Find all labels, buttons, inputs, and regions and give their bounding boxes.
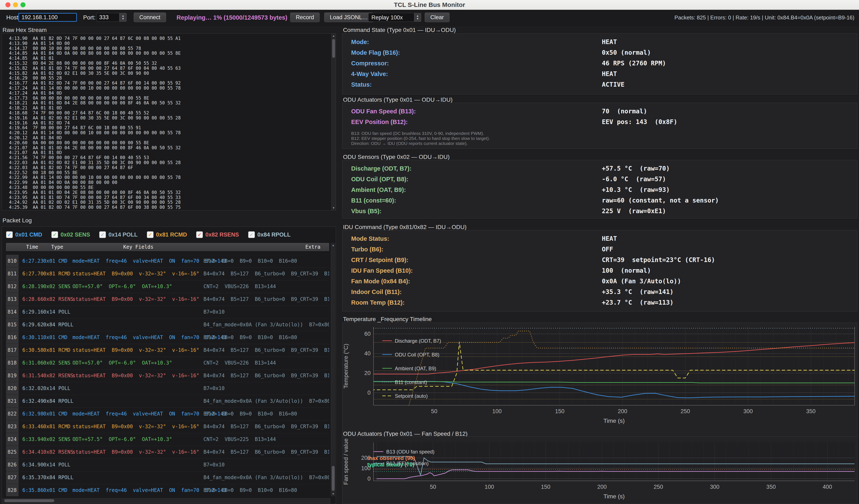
panel-title: Command State (Type 0x01 — IDU→ODU): [343, 27, 456, 33]
stepper-up-icon[interactable]: ▲: [122, 15, 124, 17]
scrollbar-thumb[interactable]: [332, 39, 335, 58]
cell: 0x81 RCMD: [43, 271, 71, 277]
packet-log-title: Packet Log: [2, 217, 32, 224]
scroll-down-icon[interactable]: ▼: [331, 492, 335, 496]
checkbox-icon[interactable]: ✓: [147, 231, 153, 238]
connect-button[interactable]: Connect: [134, 13, 166, 22]
checkbox-icon[interactable]: ✓: [196, 231, 203, 238]
scroll-down-icon[interactable]: ▼: [332, 205, 336, 210]
table-row[interactable]: 8206:32.020x14 POLLB7=0x10: [6, 382, 329, 395]
table-row[interactable]: 8216:32.490x84 RPOLLB4_fan_mode=0x0A (Fa…: [6, 395, 329, 408]
filter-0x84-rpoll[interactable]: ✓0x84 RPOLL: [248, 231, 290, 238]
filter-0x14-poll[interactable]: ✓0x14 POLL: [99, 231, 138, 238]
filter-0x81-rcmd[interactable]: ✓0x81 RCMD: [147, 231, 187, 238]
hex-line: 4:23.95 AA 01 81 0D 74 7F 00 00 00 27 64…: [9, 195, 327, 200]
table-row[interactable]: 8116:27.700x81 RCMDstatus=HEAT B9=0x00 v…: [6, 268, 329, 280]
info-row: Indoor Coil (B11):+35.3 °C (raw=141): [351, 287, 853, 297]
cell: B4=0x74 B5=127 B6_turbo=0 B9_CRT=39 B10_…: [204, 424, 329, 429]
checkbox-icon[interactable]: ✓: [248, 231, 255, 238]
table-row[interactable]: 8196:31.540x82 RSENSstatus=HEAT B9=0x00 …: [6, 369, 329, 382]
replay-speed-input[interactable]: Replay 100x: [368, 13, 414, 22]
table-row[interactable]: 8236:33.460x81 RCMDstatus=HEAT B9=0x00 v…: [6, 420, 329, 433]
hex-line: 4:14.85 AA 01 84 0D 0A 00 00 80 00 00 00…: [9, 51, 327, 56]
host-input[interactable]: [18, 13, 77, 22]
maximize-window-icon[interactable]: [20, 2, 26, 7]
hex-scrollbar[interactable]: ▲ ▼: [331, 34, 336, 210]
cell: status=HEAT B9=0x00 v-32=-32° v-16=-16°: [73, 296, 199, 302]
scrollbar-thumb[interactable]: [332, 466, 335, 491]
cell: 0x02 SENS: [43, 436, 71, 442]
table-row[interactable]: 8256:34.410x82 RSENSstatus=HEAT B9=0x00 …: [6, 446, 329, 459]
info-row: Discharge (ODT, B7):+57.5 °C (raw=70): [351, 163, 853, 174]
info-row: Room Temp (B12):+23.7 °C (raw=113): [351, 297, 853, 308]
stepper-up-icon[interactable]: ▲: [416, 15, 419, 17]
field-value: 225 V (raw=0xE1): [602, 207, 666, 215]
field-label: IDU Fan Speed (B10):: [351, 267, 413, 274]
col-extra[interactable]: Extra: [305, 244, 320, 250]
fan-speed-chart: 010020050100150200250300350400Time (s)Fa…: [342, 437, 857, 504]
field-value: +23.7 °C (raw=113): [602, 299, 674, 306]
info-panel: Discharge (ODT, B7):+57.5 °C (raw=70)ODU…: [342, 160, 857, 218]
cell: B7=0x10: [204, 385, 225, 391]
row-number: 816: [6, 331, 18, 343]
cell: 0x01 CMD: [43, 411, 67, 417]
cell: status=HEAT B9=0x00 v-32=-32° v-16=-16°: [73, 373, 199, 379]
table-row[interactable]: 8186:31.060x02 SENSODT=+57.0° OPT=-6.0° …: [6, 356, 329, 369]
stepper-down-icon[interactable]: ▼: [122, 17, 124, 20]
hex-line: 4:20.12 AA 01 84 0D: [9, 136, 327, 140]
field-label: CRT / Setpoint (B9):: [351, 257, 408, 263]
packet-scrollbar[interactable]: ▲ ▼: [331, 243, 335, 496]
svg-text:B11 (constant): B11 (constant): [395, 379, 427, 385]
port-stepper[interactable]: ▲▼: [120, 13, 126, 22]
table-row[interactable]: 8146:29.160x14 POLLB7=0x10: [6, 306, 329, 319]
table-row[interactable]: 8226:32.980x01 CMDmode=HEAT freq=46 valv…: [6, 408, 329, 421]
record-button[interactable]: Record: [290, 13, 320, 22]
field-value: +57.5 °C (raw=70): [602, 165, 670, 172]
table-row[interactable]: 8166:30.110x01 CMDmode=HEAT freq=46 valv…: [6, 331, 329, 344]
filter-0x01-cmd[interactable]: ✓0x01 CMD: [6, 231, 42, 238]
cell: status=HEAT B9=0x00 v-32=-32° v-16=-16°: [73, 347, 199, 353]
table-row[interactable]: 8156:29.620x84 RPOLLB4_fan_mode=0x0A (Fa…: [6, 318, 329, 331]
cell: CNT=2 VBUS=226 B13=144: [204, 360, 276, 366]
scrollbar-thumb[interactable]: [4, 499, 54, 502]
load-jsonl-button[interactable]: Load JSONL…: [324, 13, 374, 22]
col-type[interactable]: Type: [51, 244, 63, 250]
scroll-up-icon[interactable]: ▲: [331, 243, 335, 248]
fan-chart-panel: 010020050100150200250300350400Time (s)Fa…: [342, 436, 857, 504]
packet-hscrollbar[interactable]: [2, 498, 330, 503]
col-key[interactable]: Key Fields: [123, 244, 153, 250]
table-row[interactable]: 8106:27.230x01 CMDmode=HEAT freq=46 valv…: [6, 255, 329, 268]
table-row[interactable]: 8126:28.190x02 SENSODT=+57.0° OPT=-6.0° …: [6, 280, 329, 293]
field-value: HEAT: [602, 70, 617, 77]
field-value: 0x50 (normal): [602, 49, 651, 56]
checkbox-icon[interactable]: ✓: [6, 231, 13, 238]
table-row[interactable]: 8246:33.940x02 SENSODT=+57.5° OPT=-6.0° …: [6, 433, 329, 446]
field-value: HEAT: [602, 38, 617, 46]
close-window-icon[interactable]: [5, 2, 11, 7]
clear-button[interactable]: Clear: [425, 13, 450, 22]
svg-text:400: 400: [823, 484, 832, 490]
table-row[interactable]: 8286:35.860x01 CMDmode=HEAT freq=46 valv…: [6, 484, 329, 496]
filter-0x02-sens[interactable]: ✓0x02 SENS: [51, 231, 90, 238]
minimize-window-icon[interactable]: [13, 2, 18, 7]
filter-0x82-rsens[interactable]: ✓0x82 RSENS: [196, 231, 239, 238]
checkbox-icon[interactable]: ✓: [99, 231, 106, 238]
table-row[interactable]: 8176:30.580x81 RCMDstatus=HEAT B9=0x00 v…: [6, 344, 329, 357]
checkbox-icon[interactable]: ✓: [51, 231, 58, 238]
hex-line: 4:19.16 AA 01 02 0D 02 E1 00 30 35 5E 00…: [9, 116, 327, 121]
info-row: CRT / Setpoint (B9):CRT=39 setpoint=23°C…: [351, 255, 853, 265]
hex-line: 4:22.52 00 18 00 00 55 8E: [9, 170, 327, 175]
port-input[interactable]: [96, 13, 120, 22]
cell: 6:30.58: [22, 347, 43, 353]
table-row[interactable]: 8266:34.900x14 POLLB7=0x10: [6, 458, 329, 471]
scroll-up-icon[interactable]: ▲: [332, 34, 336, 38]
replay-speed-stepper[interactable]: ▲▼: [414, 13, 421, 22]
table-row[interactable]: 8136:28.660x82 RSENSstatus=HEAT B9=0x00 …: [6, 293, 329, 306]
field-label: Mode Status:: [351, 235, 389, 242]
table-row[interactable]: 8276:35.370x84 RPOLLB4_fan_mode=0x0A (Fa…: [6, 471, 329, 484]
cell: B4_fan_mode=0x0A (Fan 3/Auto(lo)) B7=0x8…: [204, 322, 329, 327]
field-value: 46 RPS (2760 RPM): [602, 60, 666, 67]
note-line: B13: ODU fan speed (DC brushless 310V, 0…: [351, 131, 490, 136]
stepper-down-icon[interactable]: ▼: [416, 17, 419, 20]
col-time[interactable]: Time: [26, 244, 38, 250]
